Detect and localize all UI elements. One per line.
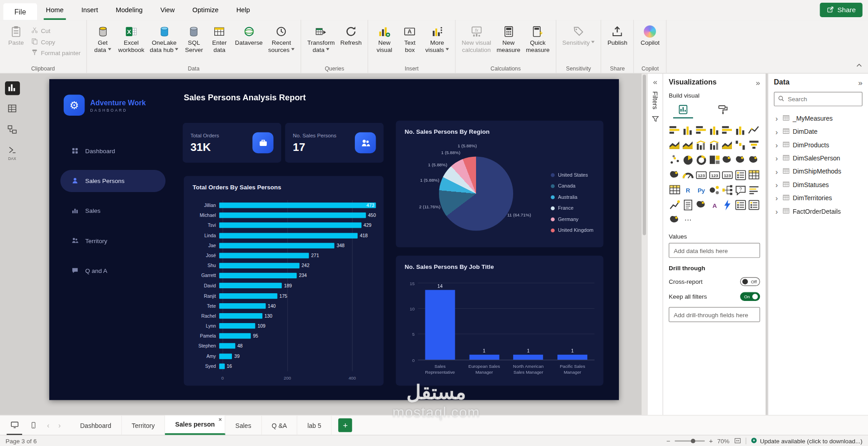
power-automate-visual-icon[interactable] bbox=[722, 199, 734, 211]
publish-button[interactable]: Publish bbox=[605, 22, 630, 65]
update-available-link[interactable]: Update available (click to download...) bbox=[750, 437, 863, 445]
menu-help[interactable]: Help bbox=[227, 0, 259, 20]
column-north-american-sales-manager[interactable] bbox=[513, 355, 543, 360]
menu-modeling[interactable]: Modeling bbox=[107, 0, 151, 20]
data-table-dimsalesperson[interactable]: ›DimSalesPerson bbox=[774, 152, 863, 165]
new-visual-calculation-button[interactable]: fxNew visual calculation bbox=[459, 22, 494, 65]
text-slicer-icon[interactable] bbox=[748, 199, 760, 211]
cross-report-toggle[interactable]: Off bbox=[740, 277, 760, 286]
azure-map-icon[interactable] bbox=[669, 169, 681, 181]
data-table-dimterritories[interactable]: ›DimTerritories bbox=[774, 192, 863, 205]
donut-chart-icon[interactable] bbox=[695, 154, 708, 166]
search-input[interactable] bbox=[788, 96, 859, 103]
chevron-right-icon[interactable]: › bbox=[774, 207, 779, 216]
legend-item-united-states[interactable]: United States bbox=[551, 169, 588, 180]
collapse-visualizations-icon[interactable]: » bbox=[756, 78, 760, 86]
menu-home[interactable]: Home bbox=[37, 0, 72, 20]
bar-stephen[interactable] bbox=[219, 343, 235, 349]
data-table-dimproducts[interactable]: ›DimProducts bbox=[774, 138, 863, 151]
chevron-right-icon[interactable]: › bbox=[774, 114, 779, 122]
menu-insert[interactable]: Insert bbox=[72, 0, 107, 20]
text-box-button[interactable]: AText box bbox=[397, 22, 422, 65]
onelake-data-hub-button[interactable]: OneLake data hub bbox=[147, 22, 181, 65]
button-slicer-icon[interactable] bbox=[735, 199, 747, 211]
data-table-mymeasures[interactable]: ›_MyMeasures bbox=[774, 112, 863, 125]
line-chart-icon[interactable] bbox=[748, 124, 760, 136]
zoom-out-button[interactable]: − bbox=[666, 437, 670, 445]
column-european-sales-manager[interactable] bbox=[469, 355, 499, 360]
slicer-icon[interactable] bbox=[735, 169, 747, 181]
bar-jillian[interactable]: 473 bbox=[219, 202, 376, 208]
paste-button[interactable]: Paste bbox=[3, 22, 28, 65]
drill-through-field-well[interactable]: Add drill-through fields here bbox=[669, 307, 760, 322]
report-view-icon[interactable] bbox=[5, 81, 19, 95]
sidebar-item-sales[interactable]: Sales bbox=[60, 200, 165, 222]
fit-to-page-icon[interactable] bbox=[734, 437, 741, 445]
stacked-column-chart-icon[interactable] bbox=[682, 124, 694, 136]
arcgis-map-icon[interactable] bbox=[695, 199, 708, 211]
qna-visual-icon[interactable]: ? bbox=[735, 184, 747, 197]
r-script-visual-icon[interactable]: R bbox=[682, 184, 694, 197]
legend-item-france[interactable]: France bbox=[551, 202, 573, 213]
copilot-button[interactable]: Copilot bbox=[637, 22, 663, 65]
column-chart-card[interactable]: No. Sales Persons By Job Title 14111 051… bbox=[396, 256, 604, 386]
excel-workbook-button[interactable]: XExcel workbook bbox=[115, 22, 147, 65]
metrics-icon[interactable] bbox=[669, 199, 681, 211]
keep-all-filters-toggle[interactable]: On bbox=[740, 292, 760, 301]
shape-map-icon[interactable] bbox=[748, 154, 760, 166]
treemap-icon[interactable] bbox=[708, 154, 721, 166]
chevron-right-icon[interactable]: › bbox=[774, 181, 779, 189]
table-icon[interactable] bbox=[748, 169, 760, 181]
bar-tete[interactable] bbox=[219, 303, 266, 309]
chevron-right-icon[interactable]: › bbox=[774, 167, 779, 175]
sql-server-button[interactable]: SQL Server bbox=[181, 22, 207, 65]
format-painter-button[interactable]: Format painter bbox=[31, 49, 81, 57]
multi-row-card-icon[interactable]: 123 bbox=[708, 169, 721, 181]
sensitivity-button[interactable]: Sensitivity bbox=[560, 22, 598, 65]
cut-button[interactable]: Cut bbox=[31, 27, 81, 35]
clustered-column-chart-icon[interactable] bbox=[708, 124, 721, 136]
stacked-bar-chart-icon[interactable] bbox=[669, 124, 681, 136]
pie-chart-icon[interactable] bbox=[682, 154, 694, 166]
bar-chart-card[interactable]: Total Orders By Sales Persons Jillian473… bbox=[184, 176, 384, 385]
waterfall-chart-icon[interactable] bbox=[735, 139, 747, 151]
page-tab-sales-person[interactable]: Sales person✕ bbox=[165, 416, 225, 435]
decomposition-tree-icon[interactable] bbox=[722, 184, 734, 197]
page-tab-territory[interactable]: Territory bbox=[122, 416, 165, 435]
mobile-layout-icon[interactable] bbox=[25, 416, 41, 435]
menu-view[interactable]: View bbox=[151, 0, 184, 20]
zoom-slider[interactable] bbox=[675, 441, 704, 441]
copy-button[interactable]: Copy bbox=[31, 38, 81, 46]
collapse-ribbon-button[interactable] bbox=[856, 61, 863, 70]
bar-tsvi[interactable] bbox=[219, 223, 361, 228]
model-view-icon[interactable] bbox=[5, 123, 19, 137]
column-pacific-sales-manager[interactable] bbox=[557, 355, 587, 360]
dax-query-view-icon[interactable]: DAX bbox=[5, 145, 19, 162]
page-tab-sales[interactable]: Sales bbox=[225, 416, 262, 435]
clustered-bar-chart-icon[interactable] bbox=[695, 124, 708, 136]
report-canvas[interactable]: ⚙ Adventure Work DASHBOARD DashboardSale… bbox=[49, 79, 619, 400]
recent-sources-button[interactable]: Recent sources bbox=[265, 22, 297, 65]
table-view-icon[interactable] bbox=[5, 103, 19, 117]
page-tab-q-a[interactable]: Q &A bbox=[262, 416, 297, 435]
100-stacked-column-chart-icon[interactable] bbox=[735, 124, 747, 136]
map-icon[interactable] bbox=[722, 154, 734, 166]
expand-filters-icon[interactable]: « bbox=[653, 78, 657, 86]
stacked-area-chart-icon[interactable] bbox=[682, 139, 694, 151]
bar-michael[interactable] bbox=[219, 213, 366, 218]
bar-lynn[interactable] bbox=[219, 323, 255, 329]
menu-optimize[interactable]: Optimize bbox=[184, 0, 227, 20]
kpi-card-no-sales-persons[interactable]: No. Sales Persons17 bbox=[285, 123, 384, 163]
data-table-factorderdetails[interactable]: ›FactOrderDetails bbox=[774, 205, 863, 218]
card-icon[interactable]: 123 bbox=[695, 169, 708, 181]
data-table-dimdate[interactable]: ›DimDate bbox=[774, 125, 863, 138]
bar-ranjit[interactable] bbox=[219, 293, 277, 299]
collapse-data-icon[interactable]: » bbox=[858, 78, 863, 86]
bar-garrett[interactable] bbox=[219, 273, 297, 278]
kpi-icon[interactable]: 123 bbox=[722, 169, 734, 181]
scatter-chart-icon[interactable] bbox=[669, 154, 681, 166]
key-influencers-icon[interactable] bbox=[708, 184, 721, 197]
close-icon[interactable]: ✕ bbox=[218, 417, 222, 422]
transform-data-button[interactable]: Transform data bbox=[305, 22, 338, 65]
relationship-map-icon[interactable] bbox=[669, 214, 681, 226]
